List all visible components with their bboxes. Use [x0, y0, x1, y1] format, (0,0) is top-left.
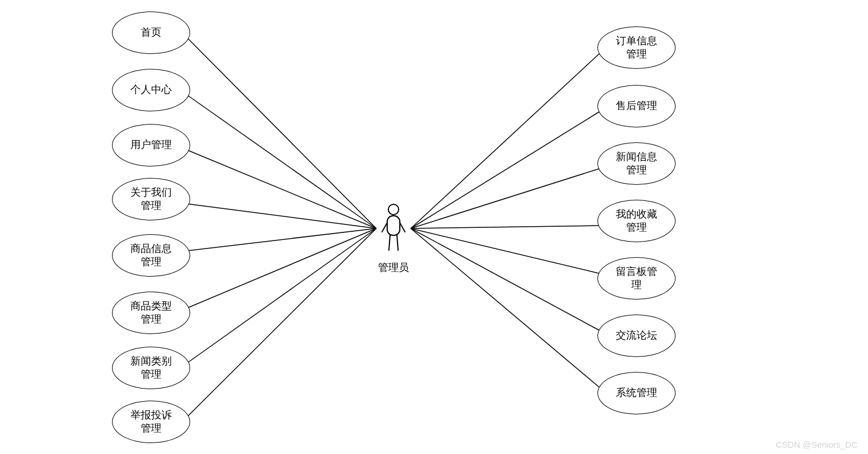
- usecase-right-2: 新闻信息 管理: [597, 142, 676, 185]
- usecase-left-4: 商品信息 管理: [112, 234, 190, 277]
- usecase-label: 关于我们 管理: [130, 186, 172, 213]
- svg-line-5: [187, 228, 376, 308]
- usecase-label: 留言板管 理: [616, 265, 657, 292]
- usecase-label: 系统管理: [616, 386, 657, 399]
- svg-point-15: [388, 204, 399, 215]
- usecase-label: 售后管理: [616, 99, 657, 112]
- svg-line-10: [411, 168, 601, 228]
- svg-line-14: [411, 228, 601, 389]
- svg-line-17: [382, 223, 387, 232]
- usecase-label: 新闻类别 管理: [130, 355, 172, 382]
- usecase-label: 个人中心: [130, 83, 172, 96]
- usecase-left-2: 用户管理: [112, 124, 190, 166]
- usecase-left-3: 关于我们 管理: [112, 178, 190, 220]
- usecase-left-7: 举报投诉 管理: [112, 401, 190, 443]
- svg-line-8: [411, 52, 601, 228]
- usecase-right-5: 交流论坛: [597, 315, 676, 357]
- svg-line-12: [411, 228, 601, 274]
- svg-line-7: [187, 228, 376, 417]
- usecase-right-0: 订单信息 管理: [597, 26, 676, 69]
- svg-line-1: [187, 95, 376, 228]
- svg-line-6: [187, 228, 376, 363]
- usecase-label: 订单信息 管理: [616, 34, 657, 61]
- svg-line-19: [389, 235, 390, 250]
- usecase-label: 举报投诉 管理: [130, 409, 172, 436]
- usecase-left-0: 首页: [112, 11, 190, 54]
- svg-line-3: [187, 204, 376, 228]
- use-case-diagram: 管理员 CSDN @Seniors_DC 首页个人中心用户管理关于我们 管理商品…: [0, 0, 868, 454]
- actor-icon: [381, 203, 406, 254]
- usecase-right-3: 我的收藏 管理: [597, 200, 676, 242]
- usecase-label: 首页: [141, 26, 161, 39]
- usecase-right-1: 售后管理: [597, 85, 676, 127]
- svg-line-20: [397, 235, 398, 250]
- usecase-left-1: 个人中心: [112, 69, 190, 111]
- usecase-label: 新闻信息 管理: [616, 150, 657, 177]
- svg-line-2: [187, 150, 376, 228]
- usecase-left-6: 新闻类别 管理: [112, 347, 190, 389]
- svg-line-4: [187, 228, 376, 251]
- watermark: CSDN @Seniors_DC: [776, 440, 858, 449]
- usecase-label: 用户管理: [130, 138, 172, 152]
- usecase-label: 我的收藏 管理: [616, 208, 657, 235]
- svg-line-11: [411, 226, 601, 228]
- svg-line-0: [187, 37, 376, 228]
- svg-line-18: [400, 223, 405, 232]
- svg-line-13: [411, 228, 601, 331]
- svg-rect-16: [387, 216, 400, 235]
- usecase-label: 交流论坛: [616, 329, 657, 342]
- usecase-right-6: 系统管理: [597, 372, 676, 414]
- svg-line-9: [411, 111, 601, 228]
- actor-label: 管理员: [373, 261, 414, 274]
- usecase-left-5: 商品类型 管理: [112, 292, 190, 334]
- usecase-right-4: 留言板管 理: [597, 257, 676, 300]
- usecase-label: 商品类型 管理: [130, 300, 172, 327]
- usecase-label: 商品信息 管理: [130, 242, 172, 269]
